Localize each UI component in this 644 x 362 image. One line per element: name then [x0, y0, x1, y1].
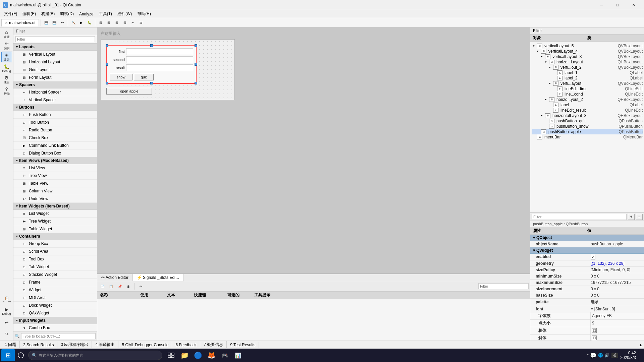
widget-search-input[interactable]	[15, 36, 95, 42]
design-canvas[interactable]: first second result show quit	[101, 39, 235, 100]
widget-item-dock-widget[interactable]: □ Dock Widget	[13, 302, 97, 309]
qobject-section[interactable]: ▾ QObject	[530, 235, 644, 241]
action-delete-button[interactable]: 🗑	[125, 283, 132, 290]
widget-item-combo-box[interactable]: ▾ Combo Box	[13, 324, 97, 331]
taskbar-search-box[interactable]: 🔍 在这里输入你要搜索的内容	[28, 351, 162, 360]
tool-recent-project[interactable]: 📋 bil..._01	[1, 294, 12, 305]
category-item-views-header[interactable]: ▾ Item Views (Model-Based)	[13, 157, 97, 164]
tree-item-1[interactable]: ▾ ⊞ verticalLayout_4 QVBoxLayout	[532, 49, 643, 54]
action-new-button[interactable]: 📄	[99, 283, 106, 290]
widget-item-column-view[interactable]: ⊞ Column View	[13, 187, 97, 195]
taskbar-explorer[interactable]: 📁	[178, 349, 191, 361]
resize-handle-tr[interactable]	[195, 44, 197, 47]
tree-item-5[interactable]: A label_1 QLabel	[532, 70, 643, 75]
tree-item-4[interactable]: ▾ ⊞ verti...out_2 QVBoxLayout	[532, 65, 643, 70]
widget-item-undo-view[interactable]: ↩ Undo View	[13, 195, 97, 203]
resize-handle-br[interactable]	[195, 82, 197, 84]
widget-item-dialog-button[interactable]: □ Dialog Button Box	[13, 149, 97, 157]
systray-expand-icon[interactable]: ^	[587, 353, 589, 358]
widget-item-h-spacer[interactable]: ↔ Horizontal Spacer	[13, 88, 97, 96]
systray-volume-icon[interactable]: 🔊	[604, 353, 609, 358]
menu-file[interactable]: 文件(F)	[1, 10, 20, 17]
widget-item-tool-button[interactable]: □ Tool Button	[13, 119, 97, 126]
layout-v-button[interactable]: ⊞	[105, 19, 112, 26]
widget-item-list-view[interactable]: ≡ List View	[13, 164, 97, 172]
category-layouts[interactable]: ▾ Layouts ⊞ Vertical Layout ⊟ Horizontal…	[13, 44, 97, 81]
menu-debug[interactable]: 调试(D)	[57, 10, 76, 17]
menu-tools[interactable]: 工具(T)	[96, 10, 115, 17]
tree-item-15[interactable]: □ pushButton_show QPushButton	[532, 124, 643, 129]
start-button[interactable]: ⊞	[1, 349, 15, 361]
menu-build[interactable]: 构建(B)	[39, 10, 57, 17]
category-item-views[interactable]: ▾ Item Views (Model-Based) ≡ List View ⊢…	[13, 157, 97, 203]
tree-item-11[interactable]: A label QLabel	[532, 102, 643, 108]
widget-item-qax-widget[interactable]: □ QAxWidget	[13, 309, 97, 317]
form-input-first[interactable]	[126, 48, 193, 55]
status-tab-test[interactable]: 9 Test Results	[227, 342, 259, 348]
widget-item-tree-view[interactable]: ⊢ Tree View	[13, 172, 97, 180]
resize-handle-bl[interactable]	[106, 82, 108, 84]
menu-controls[interactable]: 控件(W)	[115, 10, 135, 17]
italic-checkbox[interactable]: ☐	[592, 336, 597, 340]
adjust-size-button[interactable]: ⇲	[137, 19, 145, 26]
status-tab-problems[interactable]: 1 问题	[1, 341, 20, 348]
menu-analyze[interactable]: Analyze	[76, 11, 96, 17]
show-button[interactable]: show	[110, 74, 132, 80]
tree-item-2[interactable]: ▾ ⊞ verticalLayout_3 QVBoxLayout	[532, 54, 643, 59]
taskbar-lang-indicator[interactable]: 英	[611, 353, 618, 358]
resize-handle-tl[interactable]	[106, 44, 108, 47]
widget-item-list-widget[interactable]: ≡ List Widget	[13, 210, 97, 218]
save-button[interactable]: 💾	[43, 19, 50, 26]
category-buttons-header[interactable]: ▾ Buttons	[13, 104, 97, 111]
tree-item-16[interactable]: □ pushButton_apple QPushButton	[532, 129, 643, 134]
action-filter-input[interactable]	[478, 283, 529, 289]
widget-item-tree-widget[interactable]: ⊢ Tree Widget	[13, 218, 97, 225]
debug-button[interactable]: 🐛	[86, 19, 93, 26]
menu-edit[interactable]: 编辑(E)	[20, 10, 39, 17]
tool-run-debug[interactable]: ▶ Debug	[1, 306, 12, 316]
tool-debug[interactable]: 🐛 Debug	[1, 63, 12, 74]
tool-help[interactable]: ? 帮助	[1, 86, 12, 97]
widget-item-table-view[interactable]: ⊞ Table View	[13, 180, 97, 187]
taskbar-task-view[interactable]	[165, 349, 177, 361]
open-apple-button[interactable]: open apple	[106, 88, 152, 95]
type-to-locate-input[interactable]	[21, 333, 96, 339]
tree-item-8[interactable]: T lineEdit_first QLineEdit	[532, 86, 643, 92]
bold-checkbox[interactable]: ☐	[592, 328, 597, 333]
widget-item-group-box[interactable]: □ Group Box	[13, 240, 97, 248]
tree-item-17[interactable]: ☰ menuBar QMenuBar	[532, 134, 643, 140]
widget-item-radio-button[interactable]: ○ Radio Button	[13, 126, 97, 134]
action-edit-button[interactable]: ✏	[137, 283, 145, 290]
taskbar-vs[interactable]: 📊	[232, 349, 244, 361]
widget-item-horizontal-layout[interactable]: ⊟ Horizontal Layout	[13, 58, 97, 66]
quit-button[interactable]: quit	[134, 74, 154, 80]
layout-grid-button[interactable]: ⊞	[113, 19, 120, 26]
form-input-second[interactable]	[126, 56, 193, 63]
layout-h-button[interactable]: ⊟	[97, 19, 104, 26]
category-layouts-header[interactable]: ▾ Layouts	[13, 44, 97, 51]
taskbar-edge[interactable]: 🔵	[192, 349, 204, 361]
widget-item-form-layout[interactable]: ⊟ Form Layout	[13, 74, 97, 81]
status-tab-summary[interactable]: 7 概要信息	[200, 341, 227, 348]
status-tab-app-output[interactable]: 3 应用程序输出	[57, 341, 92, 348]
resize-handle-r[interactable]	[195, 63, 197, 66]
tree-item-9[interactable]: T line...cond QLineEdit	[532, 92, 643, 97]
tree-item-3[interactable]: ▾ ⊟ horizo...Layout QHBoxLayout	[532, 59, 643, 65]
category-input-widgets-header[interactable]: ▾ Input Widgets	[13, 317, 97, 324]
widget-item-command-link[interactable]: ▶ Command Link Button	[13, 142, 97, 149]
taskbar-search-icon[interactable]	[15, 349, 27, 361]
tree-item-6[interactable]: A label_2 QLabel	[532, 75, 643, 81]
status-tab-feedback[interactable]: 6 Feedback	[172, 342, 200, 348]
file-tab[interactable]: ✕ mainwindow.ui	[1, 19, 39, 26]
close-button[interactable]: ✕	[626, 0, 641, 10]
widget-item-mdi-area[interactable]: □ MDI Area	[13, 294, 97, 302]
tool-next[interactable]: ↪	[1, 328, 12, 339]
resize-handle-b[interactable]	[150, 82, 153, 84]
widget-item-stacked-widget[interactable]: □ Stacked Widget	[13, 271, 97, 279]
layout-form-button[interactable]: ⊟	[121, 19, 128, 26]
tree-item-0[interactable]: ▾ ⊞ verticalLayout_5 QVBoxLayout	[532, 43, 643, 49]
category-containers[interactable]: ▾ Containers □ Group Box □ Scroll Area □…	[13, 233, 97, 317]
enabled-checkbox[interactable]: ✓	[591, 255, 595, 259]
taskbar-firefox[interactable]: 🦊	[205, 349, 217, 361]
tool-edit[interactable]: ✏ 编辑	[1, 40, 12, 51]
